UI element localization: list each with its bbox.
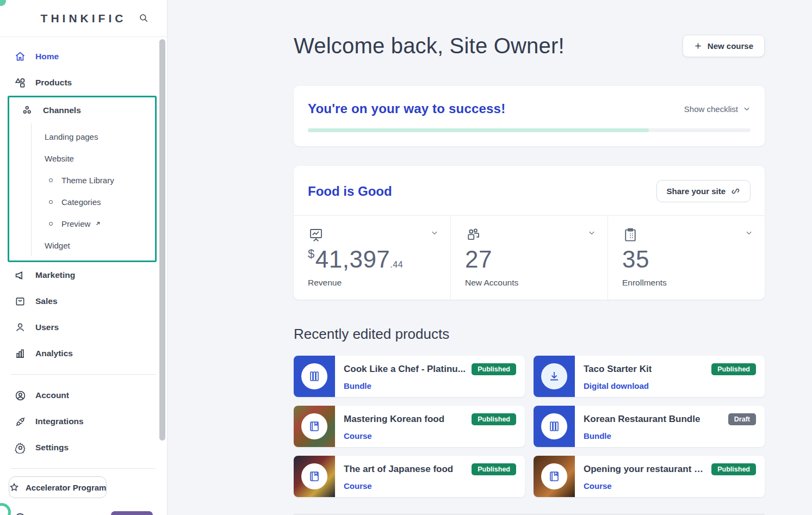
new-accounts-value: 27 [465,247,596,271]
shopping-bag-icon [14,295,26,307]
bundle-icon [541,413,567,439]
new-course-button[interactable]: New course [683,35,765,57]
upgrade-badge[interactable]: Upgrade [111,511,153,515]
search-icon[interactable] [139,13,148,23]
plus-icon [694,42,702,50]
sidebar-item-label: Account [35,390,69,400]
bullet-icon [49,178,53,182]
status-badge: Draft [728,413,756,425]
clipboard-icon [622,227,639,243]
bar-chart-icon [14,348,26,359]
chevron-down-icon[interactable] [745,229,753,237]
show-checklist-label: Show checklist [684,104,738,114]
submenu-label: Categories [61,197,101,207]
product-card-taco-starter-kit[interactable]: Taco Starter Kit Published Digital downl… [534,356,765,397]
status-badge: Published [711,463,756,475]
sidebar: THINKIFIC Home Products [0,0,168,515]
product-card-mastering-korean-food[interactable]: Mastering Korean food Published Course [294,406,525,447]
sidebar-item-account[interactable]: Account [0,382,167,408]
sidebar-item-label: Channels [43,106,81,115]
accelerator-program-button[interactable]: Accelerator Program [9,476,107,498]
status-badge: Published [472,463,516,475]
sidebar-item-label: Products [35,78,72,88]
chevron-down-icon[interactable] [431,229,438,237]
main-area: Welcome back, Site Owner! New course You… [168,0,812,515]
page-title: Welcome back, Site Owner! [294,34,565,58]
sidebar-item-label: Sales [35,296,58,306]
channels-icon [22,104,34,116]
sidebar-item-marketing[interactable]: Marketing [0,262,167,288]
product-thumbnail [294,356,335,397]
checklist-progress-track [308,128,751,132]
course-book-icon [301,463,327,489]
checklist-card: You're on your way to success! Show chec… [294,86,765,146]
product-title: Korean Restaurant Bundle [584,414,700,425]
sidebar-item-settings[interactable]: Settings [0,435,167,461]
product-type-link[interactable]: Course [344,481,516,491]
new-accounts-label: New Accounts [465,278,596,288]
product-card-korean-restaurant-bundle[interactable]: Korean Restaurant Bundle Draft Bundle [534,406,765,447]
account-icon [14,389,26,401]
plans-row[interactable]: Plans Upgrade [14,511,153,515]
revenue-board-icon [308,227,324,243]
channels-submenu: Landing pages Website Theme Library Cate… [31,123,155,256]
share-site-button[interactable]: Share your site [656,180,751,202]
product-type-link[interactable]: Course [344,431,516,440]
plug-icon [14,415,26,427]
home-icon [14,51,26,63]
product-type-link[interactable]: Digital download [584,381,756,390]
external-link-icon [95,220,101,227]
sidebar-item-analytics[interactable]: Analytics [0,340,167,367]
chevron-down-icon[interactable] [588,229,596,237]
sidebar-item-integrations[interactable]: Integrations [0,408,167,435]
sidebar-item-label: Marketing [35,270,75,280]
stats-row: $41,397.44 Revenue 27 [294,215,765,300]
gear-icon [14,442,26,454]
product-type-link[interactable]: Course [584,481,756,491]
status-badge: Published [711,363,756,375]
sidebar-item-label: Users [35,322,59,332]
sidebar-divider [11,374,156,375]
sidebar-item-sales[interactable]: Sales [0,288,167,314]
product-grid: Cook Like a Chef - Platinu... Published … [294,356,765,497]
sidebar-item-users[interactable]: Users [0,314,167,340]
sidebar-item-channels[interactable]: Channels [9,97,155,123]
section-divider [294,514,765,514]
product-title: Cook Like a Chef - Platinu... [344,364,466,375]
course-book-icon [541,463,567,489]
product-card-art-of-japanese-food[interactable]: The art of Japanese food Published Cours… [294,456,525,497]
sidebar-item-products[interactable]: Products [0,70,167,96]
sidebar-scrollbar[interactable] [159,39,165,440]
product-card-opening-your-restaurant[interactable]: Opening your restaurant … Published Cour… [534,456,765,497]
show-checklist-button[interactable]: Show checklist [684,104,751,114]
share-site-label: Share your site [667,187,726,196]
submenu-item-website[interactable]: Website [32,147,155,169]
enrollments-label: Enrollments [622,278,753,288]
products-icon [14,77,26,89]
star-icon [9,482,19,492]
product-title: Opening your restaurant … [584,464,703,475]
product-title: The art of Japanese food [344,464,453,475]
submenu-item-categories[interactable]: Categories [32,191,155,213]
submenu-item-preview[interactable]: Preview [32,213,155,234]
product-type-link[interactable]: Bundle [584,431,756,440]
product-title: Taco Starter Kit [584,364,652,375]
sidebar-item-label: Home [35,52,59,61]
megaphone-icon [14,269,26,281]
submenu-item-landing-pages[interactable]: Landing pages [32,126,155,147]
checklist-progress-fill [308,128,649,132]
sidebar-item-label: Integrations [35,417,84,426]
submenu-item-theme-library[interactable]: Theme Library [32,169,155,191]
product-card-cook-like-a-chef[interactable]: Cook Like a Chef - Platinu... Published … [294,356,525,397]
sidebar-item-home[interactable]: Home [0,44,167,70]
product-thumbnail-photo [294,456,335,497]
accelerator-label: Accelerator Program [26,483,106,492]
product-thumbnail-photo [294,406,335,447]
site-title[interactable]: Food is Good [308,184,392,199]
product-type-link[interactable]: Bundle [344,381,516,390]
recently-edited-title: Recently edited products [294,326,765,343]
submenu-item-widget[interactable]: Widget [32,234,155,256]
bullet-icon [49,200,53,204]
status-badge: Published [472,413,516,425]
product-thumbnail [534,406,575,447]
